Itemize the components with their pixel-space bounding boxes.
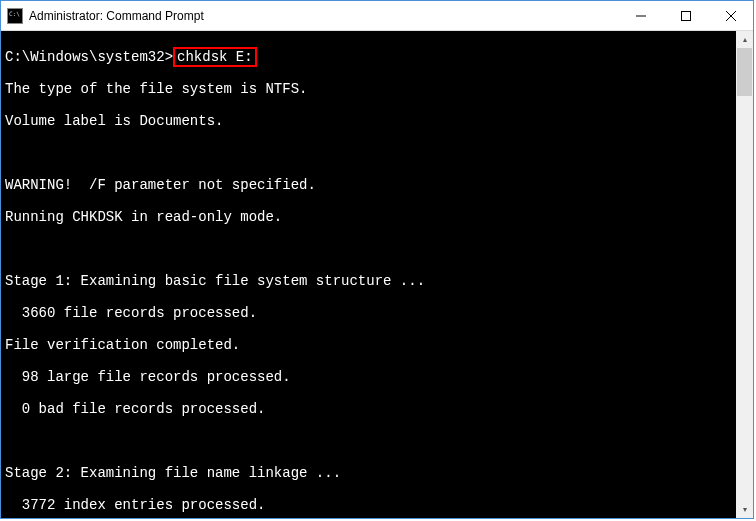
scroll-down-button[interactable]: ▾ bbox=[736, 501, 753, 518]
output-line: Stage 1: Examining basic file system str… bbox=[5, 273, 732, 289]
terminal-output[interactable]: C:\Windows\system32>chkdsk E: The type o… bbox=[1, 31, 736, 518]
output-line: WARNING! /F parameter not specified. bbox=[5, 177, 732, 193]
output-line: The type of the file system is NTFS. bbox=[5, 81, 732, 97]
cmd-icon bbox=[7, 8, 23, 24]
output-line: Volume label is Documents. bbox=[5, 113, 732, 129]
output-line: File verification completed. bbox=[5, 337, 732, 353]
window-title: Administrator: Command Prompt bbox=[29, 9, 618, 23]
command-prompt-window: Administrator: Command Prompt C:\Windows… bbox=[0, 0, 754, 519]
terminal-area: C:\Windows\system32>chkdsk E: The type o… bbox=[1, 31, 753, 518]
titlebar[interactable]: Administrator: Command Prompt bbox=[1, 1, 753, 31]
output-line: 98 large file records processed. bbox=[5, 369, 732, 385]
output-line: 3772 index entries processed. bbox=[5, 497, 732, 513]
scroll-up-button[interactable]: ▴ bbox=[736, 31, 753, 48]
output-line: 0 bad file records processed. bbox=[5, 401, 732, 417]
output-line: Stage 2: Examining file name linkage ... bbox=[5, 465, 732, 481]
vertical-scrollbar[interactable]: ▴ ▾ bbox=[736, 31, 753, 518]
window-controls bbox=[618, 1, 753, 30]
output-line: 3660 file records processed. bbox=[5, 305, 732, 321]
svg-rect-1 bbox=[681, 11, 690, 20]
minimize-button[interactable] bbox=[618, 1, 663, 30]
scroll-thumb[interactable] bbox=[737, 48, 752, 96]
close-button[interactable] bbox=[708, 1, 753, 30]
output-line: Running CHKDSK in read-only mode. bbox=[5, 209, 732, 225]
output-line bbox=[5, 145, 732, 161]
prompt: C:\Windows\system32> bbox=[5, 49, 173, 65]
command-highlight: chkdsk E: bbox=[173, 47, 257, 67]
maximize-button[interactable] bbox=[663, 1, 708, 30]
output-line bbox=[5, 241, 732, 257]
output-line bbox=[5, 433, 732, 449]
